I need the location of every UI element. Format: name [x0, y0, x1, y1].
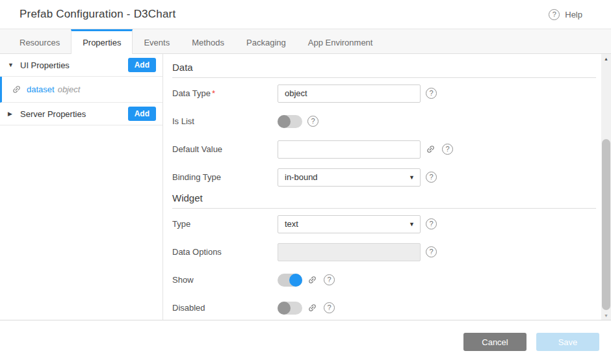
field-label-data-type: Data Type*	[172, 88, 278, 98]
help-icon[interactable]: ?	[426, 172, 437, 183]
dropdown-arrow-icon: ▼	[409, 174, 415, 181]
field-label-text: Data Options	[172, 247, 222, 257]
field-row-default-value: Default Value ?	[172, 135, 596, 163]
help-link[interactable]: ? Help	[549, 9, 582, 20]
field-label-is-list: Is List	[172, 116, 278, 126]
bind-icon[interactable]	[426, 144, 436, 154]
field-label-show: Show	[172, 275, 278, 285]
help-icon: ?	[549, 9, 560, 20]
field-label-text: Default Value	[172, 144, 222, 154]
field-row-type: Type text ▼ ?	[172, 210, 596, 238]
toggle-knob	[278, 302, 291, 315]
field-label-text: Binding Type	[172, 172, 221, 182]
property-name: dataset	[27, 84, 55, 94]
cancel-button[interactable]: Cancel	[463, 333, 526, 351]
default-value-input[interactable]	[278, 140, 421, 159]
tab-bar: Resources Properties Events Methods Pack…	[0, 29, 611, 54]
properties-sidebar: ▼ UI Properties Add dataset object ▶ Ser…	[0, 54, 163, 320]
sidebar-group-server-properties[interactable]: ▶ Server Properties Add	[0, 103, 162, 125]
disabled-toggle[interactable]	[278, 302, 302, 315]
add-ui-property-button[interactable]: Add	[128, 58, 156, 72]
tab-resources[interactable]: Resources	[8, 29, 71, 54]
prefab-configuration-dialog: Prefab Configuration - D3Chart ? Help Re…	[0, 0, 611, 364]
toggle-knob	[289, 274, 302, 287]
help-icon[interactable]: ?	[426, 88, 437, 99]
dialog-body: ▼ UI Properties Add dataset object ▶ Ser…	[0, 54, 611, 320]
bind-icon	[12, 84, 21, 94]
field-label-disabled: Disabled	[172, 303, 278, 313]
section-title-widget: Widget	[172, 192, 596, 209]
required-asterisk: *	[212, 88, 215, 98]
field-row-data-options: Data Options ?	[172, 238, 596, 266]
sidebar-item-dataset[interactable]: dataset object	[0, 77, 162, 103]
tab-methods[interactable]: Methods	[181, 29, 235, 54]
property-type: object	[58, 84, 81, 94]
vertical-scrollbar[interactable]: ▲ ▼	[601, 54, 611, 320]
field-label-text: Is List	[172, 116, 194, 126]
help-icon[interactable]: ?	[426, 218, 437, 229]
group-label-server-properties: Server Properties	[20, 109, 86, 119]
tab-app-environment[interactable]: App Environment	[297, 29, 384, 54]
help-icon[interactable]: ?	[324, 274, 335, 285]
field-row-show: Show ?	[172, 266, 596, 294]
select-value: text	[285, 219, 298, 229]
tab-events[interactable]: Events	[133, 29, 181, 54]
field-label-type: Type	[172, 219, 278, 229]
help-icon[interactable]: ?	[307, 116, 318, 127]
field-label-text: Show	[172, 275, 194, 285]
tab-properties[interactable]: Properties	[71, 29, 133, 54]
is-list-toggle[interactable]	[278, 115, 302, 128]
widget-type-select[interactable]: text ▼	[278, 215, 421, 233]
help-icon[interactable]: ?	[442, 144, 453, 155]
field-label-binding-type: Binding Type	[172, 172, 278, 182]
bind-icon[interactable]	[307, 303, 317, 313]
scrollbar-thumb[interactable]	[602, 139, 610, 310]
field-label-text: Data Type	[172, 88, 211, 98]
sidebar-group-ui-properties[interactable]: ▼ UI Properties Add	[0, 54, 162, 77]
group-label-ui-properties: UI Properties	[20, 60, 70, 70]
section-title-data: Data	[172, 62, 596, 78]
field-row-data-type: Data Type* ?	[172, 79, 596, 107]
save-button[interactable]: Save	[536, 333, 599, 351]
property-detail-panel: Data Data Type* ? Is List ?	[163, 54, 601, 320]
field-label-text: Type	[172, 219, 190, 229]
field-row-is-list: Is List ?	[172, 107, 596, 135]
add-server-property-button[interactable]: Add	[128, 107, 156, 121]
field-label-default-value: Default Value	[172, 144, 278, 154]
dialog-footer: Cancel Save	[0, 320, 611, 364]
scroll-up-icon[interactable]: ▲	[601, 54, 611, 63]
field-label-text: Disabled	[172, 303, 205, 313]
data-options-input	[278, 243, 421, 261]
data-type-input[interactable]	[278, 84, 421, 103]
field-row-disabled: Disabled ?	[172, 294, 596, 320]
show-toggle[interactable]	[278, 274, 302, 287]
help-icon[interactable]: ?	[324, 302, 335, 313]
bind-icon[interactable]	[307, 275, 317, 285]
field-row-binding-type: Binding Type in-bound ▼ ?	[172, 163, 596, 191]
dialog-header: Prefab Configuration - D3Chart ? Help	[0, 0, 611, 29]
page-title: Prefab Configuration - D3Chart	[20, 8, 176, 21]
select-value: in-bound	[285, 172, 318, 182]
tab-packaging[interactable]: Packaging	[235, 29, 297, 54]
caret-right-icon: ▶	[8, 110, 16, 117]
toggle-knob	[278, 115, 291, 128]
scroll-down-icon[interactable]: ▼	[601, 311, 611, 320]
field-label-data-options: Data Options	[172, 247, 278, 257]
caret-down-icon: ▼	[8, 62, 16, 68]
binding-type-select[interactable]: in-bound ▼	[278, 168, 421, 187]
dropdown-arrow-icon: ▼	[409, 221, 415, 228]
help-label: Help	[565, 10, 582, 20]
help-icon[interactable]: ?	[426, 246, 437, 257]
